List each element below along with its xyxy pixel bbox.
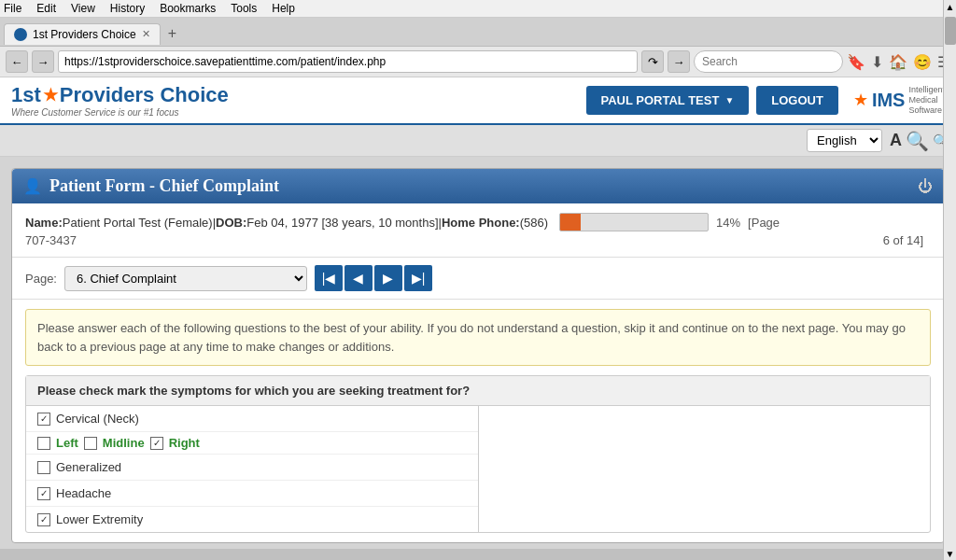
symptom-directions: Left Midline Right [26,432,478,455]
download-icon[interactable]: ⬇ [871,53,883,71]
symptoms-section: Please check mark the symptoms for which… [25,375,931,533]
dob-value: Feb 04, 1977 [246,216,318,230]
first-page-button[interactable]: |◀ [315,265,343,291]
back-button[interactable]: ← [6,50,28,73]
zoom-in-button[interactable]: 🔍 [906,130,929,152]
headache-label: Headache [56,486,111,500]
bookmark-icon[interactable]: 🔖 [847,53,865,71]
patient-name: Patient Portal Test (Female) [63,216,213,230]
progress-bar-fill [560,214,581,231]
midline-checkbox[interactable] [84,437,97,450]
portal-button-label: PAUL PORTAL TEST [601,93,720,107]
progress-label: 14% [716,216,740,230]
generalized-checkbox[interactable] [37,461,50,474]
logo-subtitle: Where Customer Service is our #1 focus [11,107,586,118]
tab-bar: 1st Providers Choice ✕ + [0,18,956,47]
search-input[interactable] [694,50,843,73]
panel-title-text: Patient Form - Chief Complaint [49,176,279,196]
user-icon: 👤 [23,177,42,195]
progress-container: 14% [559,213,740,231]
header-buttons: PAUL PORTAL TEST ▼ LOGOUT ★ IMS Intellig… [586,85,946,115]
scroll-thumb[interactable] [945,17,956,45]
menu-view[interactable]: View [71,2,95,15]
lower-extremity-checkbox[interactable] [37,513,50,526]
menubar: File Edit View History Bookmarks Tools H… [0,0,956,18]
app-header: 1st★Providers Choice Where Customer Serv… [0,77,956,125]
ims-subtitle: IntelligentMedicalSoftware [908,85,945,115]
go-button[interactable]: → [668,50,690,73]
page-select[interactable]: 6. Chief Complaint 1. Registration [64,266,307,291]
new-tab-button[interactable]: + [161,21,184,46]
page-nav-buttons: |◀ ◀ ▶ ▶| [315,265,432,291]
left-label: Left [56,436,78,450]
prev-page-button[interactable]: ◀ [344,265,373,291]
left-checkbox[interactable] [37,437,50,450]
portal-dropdown-arrow: ▼ [724,95,734,105]
headache-checkbox[interactable] [37,487,50,500]
refresh-button[interactable]: ↷ [641,50,664,73]
scroll-up-button[interactable]: ▲ [944,0,957,13]
phone-label: Home Phone: [442,216,520,230]
forward-button[interactable]: → [32,50,54,73]
nav-bar: ← → ↷ → 🔖 ⬇ 🏠 😊 ☰ [0,47,956,77]
symptom-headache: Headache [26,481,478,507]
symptom-lower-extremity: Lower Extremity [26,507,478,532]
logo-prefix: 1st [11,83,41,107]
text-size-large-button[interactable]: A [890,131,902,150]
page-of-info: [Page [748,216,780,230]
generalized-label: Generalized [56,460,121,474]
logo-area: 1st★Providers Choice Where Customer Serv… [11,83,586,118]
logo: 1st★Providers Choice [11,83,586,107]
page-nav-label: Page: [25,272,57,286]
language-bar: English Spanish French A 🔍 🔍 [0,125,956,157]
cervical-checkbox[interactable] [37,413,50,426]
symptoms-right-panel [479,406,931,532]
panel-title: 👤 Patient Form - Chief Complaint [23,176,279,196]
next-page-button[interactable]: ▶ [374,265,402,291]
menu-file[interactable]: File [4,2,21,15]
symptoms-header: Please check mark the symptoms for which… [26,376,930,406]
symptoms-list: Cervical (Neck) Left Midline Right [26,406,479,532]
menu-bookmarks[interactable]: Bookmarks [160,2,216,15]
symptoms-body: Cervical (Neck) Left Midline Right [26,406,930,532]
scroll-down-button[interactable]: ▼ [944,547,957,560]
logout-button[interactable]: LOGOUT [756,86,838,115]
name-label: Name: [25,216,63,230]
url-bar[interactable] [58,50,638,73]
tab-close-button[interactable]: ✕ [142,28,150,40]
tab-title: 1st Providers Choice [33,28,136,41]
power-icon[interactable]: ⏻ [918,178,933,195]
instruction-box: Please answer each of the following ques… [25,309,931,366]
window-scrollbar: ▲ ▼ [943,0,956,560]
browser-tab[interactable]: 1st Providers Choice ✕ [4,23,161,45]
ims-star-icon: ★ [853,90,868,110]
profile-icon[interactable]: 😊 [913,53,932,71]
last-page-button[interactable]: ▶| [404,265,432,291]
menu-tools[interactable]: Tools [231,2,257,15]
symptom-generalized: Generalized [26,455,478,481]
tab-favicon [14,28,27,41]
logo-star: ★ [43,85,58,105]
midline-label: Midline [103,436,145,450]
menu-help[interactable]: Help [272,2,295,15]
language-select[interactable]: English Spanish French [807,129,882,152]
phone-second-line: 707-3437 6 of 14] [25,233,931,247]
home-icon[interactable]: 🏠 [889,53,907,71]
right-label: Right [169,436,200,450]
page-navigation: Page: 6. Chief Complaint 1. Registration… [12,258,944,300]
panel-header: 👤 Patient Form - Chief Complaint ⏻ [12,169,944,203]
right-checkbox[interactable] [150,437,163,450]
portal-button[interactable]: PAUL PORTAL TEST ▼ [586,86,750,115]
page-count: 6 of 14] [883,233,923,247]
menu-history[interactable]: History [110,2,145,15]
ims-logo: ★ IMS IntelligentMedicalSoftware [853,85,945,115]
text-size-controls: A 🔍 🔍 [890,130,949,152]
age-value: [38 years, 10 months] [318,216,439,230]
patient-info: Name: Patient Portal Test (Female) | DOB… [12,203,944,258]
main-content: 👤 Patient Form - Chief Complaint ⏻ Name:… [0,157,956,549]
dob-label: DOB: [216,216,246,230]
cervical-label: Cervical (Neck) [56,412,139,426]
menu-edit[interactable]: Edit [36,2,56,15]
symptom-cervical: Cervical (Neck) [26,406,478,432]
progress-bar [559,213,709,231]
